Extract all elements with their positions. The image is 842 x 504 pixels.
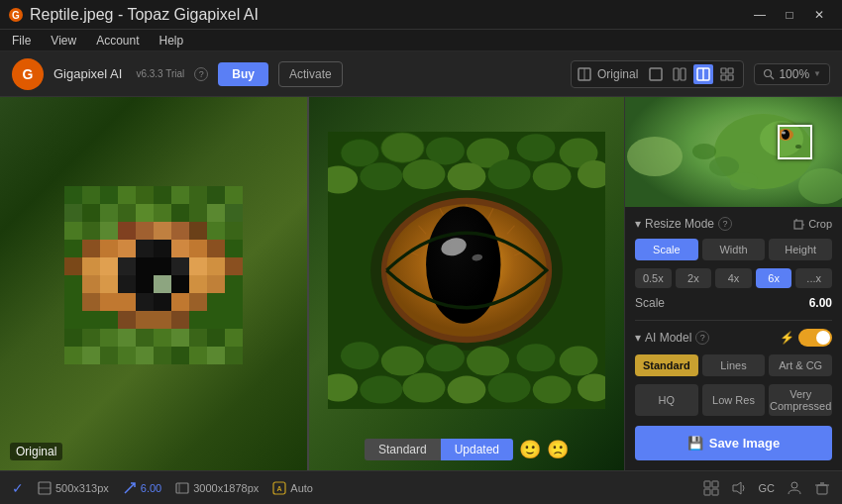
minimize-button[interactable]: — bbox=[745, 4, 775, 26]
svg-rect-54 bbox=[207, 240, 225, 257]
crop-action[interactable]: Crop bbox=[793, 218, 832, 230]
grid-icon-item[interactable] bbox=[703, 480, 719, 496]
trash-icon-item[interactable] bbox=[814, 480, 830, 496]
maximize-button[interactable]: □ bbox=[775, 4, 804, 26]
zoom-chevron: ▼ bbox=[813, 69, 821, 78]
save-image-button[interactable]: 💾 Save Image bbox=[635, 426, 832, 460]
svg-point-106 bbox=[381, 133, 424, 162]
svg-rect-38 bbox=[82, 222, 100, 240]
version-label: v6.3.3 Trial bbox=[136, 68, 184, 79]
scale-custom[interactable]: ...x bbox=[795, 268, 832, 288]
person-icon-item[interactable] bbox=[787, 480, 802, 496]
menu-file[interactable]: File bbox=[8, 32, 35, 50]
view-single-icon[interactable] bbox=[646, 64, 666, 84]
updated-label: Updated bbox=[441, 439, 513, 460]
scale-tab[interactable]: Scale bbox=[635, 239, 698, 260]
svg-rect-37 bbox=[64, 222, 82, 240]
ai-model-header: ▾ AI Model ? ⚡ bbox=[635, 329, 832, 347]
ai-toggle: ⚡ bbox=[780, 329, 832, 347]
view-split-icon[interactable] bbox=[670, 64, 689, 84]
svg-rect-40 bbox=[118, 222, 136, 240]
model-art-cg-btn[interactable]: Art & CG bbox=[769, 354, 832, 376]
view-grid-icon[interactable] bbox=[717, 64, 737, 84]
view-compare-icon[interactable] bbox=[693, 64, 713, 84]
audio-icon bbox=[731, 480, 747, 496]
scale-status-icon bbox=[123, 481, 137, 495]
resize-mode-header: ▾ Resize Mode ? Crop bbox=[635, 217, 832, 231]
svg-point-135 bbox=[517, 344, 556, 371]
quality-very-compressed-btn[interactable]: Very Compressed bbox=[769, 384, 832, 416]
svg-rect-49 bbox=[118, 240, 136, 257]
svg-rect-71 bbox=[189, 275, 207, 293]
save-label: Save Image bbox=[709, 436, 781, 451]
ai-toggle-switch[interactable] bbox=[798, 329, 832, 347]
help-icon[interactable]: ? bbox=[194, 67, 208, 81]
scale-6x[interactable]: 6x bbox=[756, 268, 792, 288]
thumbnail-selector[interactable] bbox=[778, 125, 812, 159]
input-size-item: 500x313px bbox=[38, 481, 109, 495]
original-label: Original bbox=[597, 67, 638, 81]
svg-rect-46 bbox=[225, 222, 243, 240]
svg-rect-30 bbox=[118, 204, 136, 222]
scale-2x[interactable]: 2x bbox=[676, 268, 712, 288]
menu-account[interactable]: Account bbox=[92, 32, 143, 50]
menu-view[interactable]: View bbox=[47, 32, 80, 50]
right-sidebar: ▾ Resize Mode ? Crop Scale Width Height … bbox=[624, 97, 842, 470]
activate-button[interactable]: Activate bbox=[278, 61, 343, 87]
buy-button[interactable]: Buy bbox=[218, 62, 268, 86]
quality-hq-btn[interactable]: HQ bbox=[635, 384, 698, 416]
thumbs-down-icon[interactable]: 🙁 bbox=[547, 439, 569, 460]
close-button[interactable]: ✕ bbox=[804, 4, 834, 26]
right-panel: Standard Updated 🙂 🙁 bbox=[307, 97, 624, 470]
quality-low-res-btn[interactable]: Low Res bbox=[702, 384, 766, 416]
svg-rect-11 bbox=[721, 75, 726, 80]
model-lines-btn[interactable]: Lines bbox=[702, 354, 766, 376]
audio-icon-item[interactable] bbox=[731, 480, 747, 496]
quality-buttons: HQ Low Res Very Compressed bbox=[635, 384, 832, 416]
auto-item: A Auto bbox=[272, 481, 313, 495]
resize-mode-label: Resize Mode bbox=[645, 217, 714, 231]
preview-thumbnail[interactable] bbox=[625, 97, 842, 207]
image-area[interactable]: Original bbox=[0, 97, 624, 470]
svg-point-134 bbox=[467, 346, 509, 375]
scale-mode-tabs: Scale Width Height bbox=[635, 239, 832, 260]
svg-rect-169 bbox=[712, 489, 718, 495]
height-tab[interactable]: Height bbox=[769, 239, 832, 260]
svg-rect-96 bbox=[100, 347, 118, 364]
svg-rect-72 bbox=[207, 275, 225, 293]
scale-05x[interactable]: 0.5x bbox=[635, 268, 672, 288]
svg-rect-80 bbox=[118, 311, 136, 329]
svg-text:G: G bbox=[12, 10, 20, 21]
left-panel: Original bbox=[0, 97, 307, 470]
resize-help-icon[interactable]: ? bbox=[718, 217, 732, 231]
scale-4x[interactable]: 4x bbox=[715, 268, 752, 288]
input-size-icon bbox=[38, 481, 52, 495]
svg-rect-87 bbox=[118, 329, 136, 347]
output-size-label: 3000x1878px bbox=[193, 482, 259, 494]
svg-rect-93 bbox=[225, 329, 243, 347]
svg-rect-73 bbox=[82, 293, 100, 311]
svg-rect-50 bbox=[136, 240, 154, 257]
thumbs-up-icon[interactable]: 🙂 bbox=[519, 439, 541, 460]
ai-help-icon[interactable]: ? bbox=[695, 331, 709, 345]
output-size-icon bbox=[175, 481, 189, 495]
svg-rect-59 bbox=[136, 257, 154, 275]
width-tab[interactable]: Width bbox=[702, 239, 766, 260]
svg-rect-94 bbox=[64, 347, 82, 364]
svg-rect-23 bbox=[171, 186, 189, 204]
svg-point-109 bbox=[517, 134, 556, 161]
svg-rect-26 bbox=[225, 186, 243, 204]
svg-rect-157 bbox=[794, 221, 802, 229]
zoom-control[interactable]: 100% ▼ bbox=[754, 63, 830, 85]
model-standard-btn[interactable]: Standard bbox=[635, 354, 698, 376]
scale-status-label: 6.00 bbox=[141, 482, 161, 494]
svg-rect-52 bbox=[171, 240, 189, 257]
scale-item: 6.00 bbox=[123, 481, 161, 495]
svg-rect-43 bbox=[171, 222, 189, 240]
menu-help[interactable]: Help bbox=[156, 32, 188, 50]
title-bar-left: G Reptile.jpeg - Topaz Gigapixel AI bbox=[8, 6, 259, 24]
main-content: Original bbox=[0, 97, 842, 470]
svg-rect-167 bbox=[712, 481, 718, 487]
status-bar: ✓ 500x313px 6.00 3000x1878px A Auto GC bbox=[0, 470, 842, 504]
zoom-label: 100% bbox=[779, 67, 809, 81]
